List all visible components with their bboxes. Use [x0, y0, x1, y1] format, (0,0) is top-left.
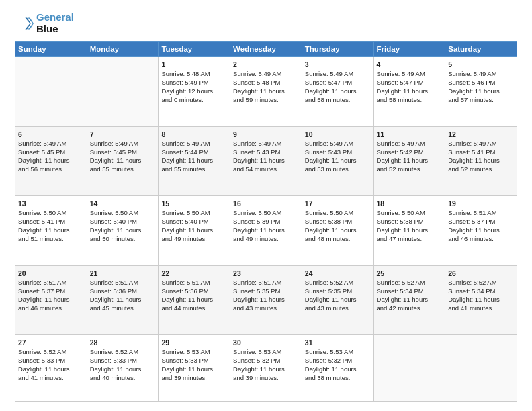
day-number: 4: [377, 60, 443, 69]
calendar-day-header: Sunday: [15, 42, 87, 57]
day-number: 6: [18, 130, 84, 139]
calendar-cell: [445, 335, 517, 402]
calendar-cell: 22Sunrise: 5:51 AMSunset: 5:36 PMDayligh…: [159, 265, 230, 335]
calendar-week-row: 6Sunrise: 5:49 AMSunset: 5:45 PMDaylight…: [15, 126, 517, 196]
day-number: 18: [377, 199, 443, 208]
calendar-cell: 15Sunrise: 5:50 AMSunset: 5:40 PMDayligh…: [159, 196, 230, 266]
day-number: 16: [233, 199, 299, 208]
calendar-week-row: 27Sunrise: 5:52 AMSunset: 5:33 PMDayligh…: [15, 335, 517, 402]
logo-icon: [15, 14, 34, 33]
calendar-cell: 19Sunrise: 5:51 AMSunset: 5:37 PMDayligh…: [445, 196, 517, 266]
day-number: 22: [161, 269, 227, 278]
day-number: 5: [448, 60, 514, 69]
header: General Blue: [15, 12, 517, 34]
calendar-cell: 16Sunrise: 5:50 AMSunset: 5:39 PMDayligh…: [230, 196, 302, 266]
day-number: 14: [90, 199, 156, 208]
calendar-table: SundayMondayTuesdayWednesdayThursdayFrid…: [15, 41, 517, 402]
calendar-cell: 30Sunrise: 5:53 AMSunset: 5:32 PMDayligh…: [230, 335, 302, 402]
calendar-cell: 24Sunrise: 5:52 AMSunset: 5:35 PMDayligh…: [302, 265, 373, 335]
calendar-cell: 9Sunrise: 5:49 AMSunset: 5:43 PMDaylight…: [230, 126, 302, 196]
day-number: 9: [233, 130, 299, 139]
calendar-cell: 7Sunrise: 5:49 AMSunset: 5:45 PMDaylight…: [87, 126, 159, 196]
day-number: 2: [233, 60, 299, 69]
calendar-week-row: 1Sunrise: 5:48 AMSunset: 5:49 PMDaylight…: [15, 57, 517, 127]
day-number: 10: [305, 130, 371, 139]
day-number: 25: [377, 269, 443, 278]
calendar-cell: 29Sunrise: 5:53 AMSunset: 5:33 PMDayligh…: [159, 335, 230, 402]
calendar-cell: 26Sunrise: 5:52 AMSunset: 5:34 PMDayligh…: [445, 265, 517, 335]
calendar-cell: 21Sunrise: 5:51 AMSunset: 5:36 PMDayligh…: [87, 265, 159, 335]
day-number: 13: [18, 199, 84, 208]
calendar-cell: 27Sunrise: 5:52 AMSunset: 5:33 PMDayligh…: [15, 335, 87, 402]
day-number: 17: [305, 199, 371, 208]
logo-text: General Blue: [36, 12, 74, 34]
calendar-week-row: 13Sunrise: 5:50 AMSunset: 5:41 PMDayligh…: [15, 196, 517, 266]
calendar-cell: [373, 335, 445, 402]
calendar-day-header: Thursday: [302, 42, 373, 57]
calendar-cell: 2Sunrise: 5:49 AMSunset: 5:48 PMDaylight…: [230, 57, 302, 127]
day-number: 21: [90, 269, 156, 278]
calendar-cell: [15, 57, 87, 127]
calendar-day-header: Saturday: [445, 42, 517, 57]
calendar-cell: 4Sunrise: 5:49 AMSunset: 5:47 PMDaylight…: [373, 57, 445, 127]
calendar-cell: 5Sunrise: 5:49 AMSunset: 5:46 PMDaylight…: [445, 57, 517, 127]
calendar-cell: 10Sunrise: 5:49 AMSunset: 5:43 PMDayligh…: [302, 126, 373, 196]
day-number: 30: [233, 338, 299, 347]
calendar-cell: 8Sunrise: 5:49 AMSunset: 5:44 PMDaylight…: [159, 126, 230, 196]
calendar-cell: 28Sunrise: 5:52 AMSunset: 5:33 PMDayligh…: [87, 335, 159, 402]
day-number: 26: [448, 269, 514, 278]
day-number: 31: [305, 338, 371, 347]
day-number: 8: [161, 130, 227, 139]
logo: General Blue: [15, 12, 74, 34]
calendar-cell: 25Sunrise: 5:52 AMSunset: 5:34 PMDayligh…: [373, 265, 445, 335]
day-number: 28: [90, 338, 156, 347]
day-number: 3: [305, 60, 371, 69]
day-number: 20: [18, 269, 84, 278]
day-number: 23: [233, 269, 299, 278]
calendar-day-header: Monday: [87, 42, 159, 57]
calendar-cell: 11Sunrise: 5:49 AMSunset: 5:42 PMDayligh…: [373, 126, 445, 196]
calendar-cell: 12Sunrise: 5:49 AMSunset: 5:41 PMDayligh…: [445, 126, 517, 196]
calendar-cell: 13Sunrise: 5:50 AMSunset: 5:41 PMDayligh…: [15, 196, 87, 266]
calendar-cell: 6Sunrise: 5:49 AMSunset: 5:45 PMDaylight…: [15, 126, 87, 196]
calendar-day-header: Tuesday: [159, 42, 230, 57]
calendar-cell: 3Sunrise: 5:49 AMSunset: 5:47 PMDaylight…: [302, 57, 373, 127]
day-number: 12: [448, 130, 514, 139]
calendar-cell: 1Sunrise: 5:48 AMSunset: 5:49 PMDaylight…: [159, 57, 230, 127]
calendar-cell: [87, 57, 159, 127]
day-number: 1: [161, 60, 227, 69]
day-number: 27: [18, 338, 84, 347]
calendar-cell: 31Sunrise: 5:53 AMSunset: 5:32 PMDayligh…: [302, 335, 373, 402]
calendar-header-row: SundayMondayTuesdayWednesdayThursdayFrid…: [15, 42, 517, 57]
page: General Blue SundayMondayTuesdayWednesda…: [0, 0, 532, 411]
calendar-day-header: Wednesday: [230, 42, 302, 57]
calendar-cell: 14Sunrise: 5:50 AMSunset: 5:40 PMDayligh…: [87, 196, 159, 266]
day-number: 11: [377, 130, 443, 139]
day-number: 15: [161, 199, 227, 208]
calendar-cell: 17Sunrise: 5:50 AMSunset: 5:38 PMDayligh…: [302, 196, 373, 266]
day-number: 19: [448, 199, 514, 208]
calendar-cell: 18Sunrise: 5:50 AMSunset: 5:38 PMDayligh…: [373, 196, 445, 266]
calendar-week-row: 20Sunrise: 5:51 AMSunset: 5:37 PMDayligh…: [15, 265, 517, 335]
day-number: 7: [90, 130, 156, 139]
calendar-cell: 23Sunrise: 5:51 AMSunset: 5:35 PMDayligh…: [230, 265, 302, 335]
calendar-cell: 20Sunrise: 5:51 AMSunset: 5:37 PMDayligh…: [15, 265, 87, 335]
calendar-day-header: Friday: [373, 42, 445, 57]
day-number: 29: [161, 338, 227, 347]
day-number: 24: [305, 269, 371, 278]
